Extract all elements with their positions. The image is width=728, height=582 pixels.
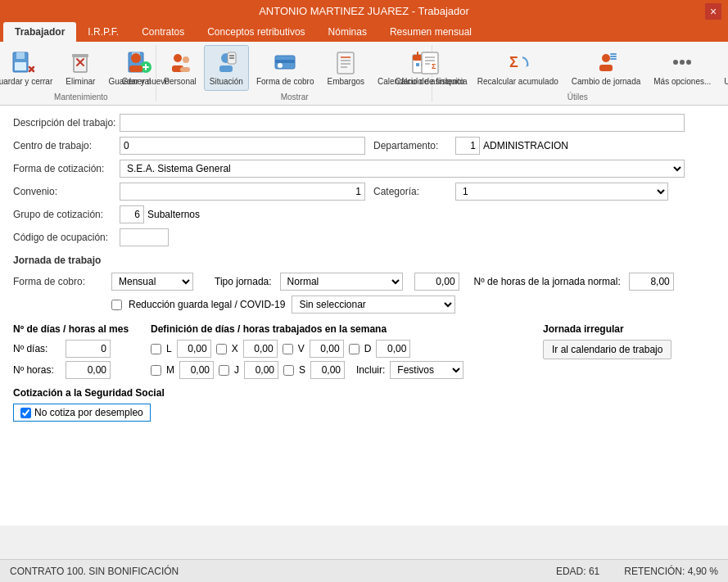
toolbar-btn-personal[interactable]: Personal — [158, 45, 201, 91]
toolbar-btn-label-guardar-cerrar: Guardar y cerrar — [0, 77, 52, 87]
tab-contratos[interactable]: Contratos — [130, 22, 196, 42]
centro-label: Centro de trabajo: — [13, 140, 120, 151]
toolbar-btn-calculo-finiquito[interactable]: ΣCálculo de finiquito — [389, 45, 470, 91]
content-area: Descripción del trabajo: Centro de traba… — [0, 106, 728, 526]
tab-nominas[interactable]: Nóminas — [317, 22, 378, 42]
incluir-label: Incluir: — [356, 364, 385, 376]
horas-jornada-input[interactable] — [629, 273, 674, 291]
svg-point-53 — [680, 60, 685, 65]
toolbar-btn-forma-cobro[interactable]: Forma de cobro — [251, 45, 320, 91]
toolbar-group-utiles: ΣCálculo de finiquitoΣRecalcular acumula… — [434, 45, 722, 102]
cb-L[interactable] — [151, 344, 161, 354]
no-cotiza-label[interactable]: No cotiza por desempleo — [13, 404, 151, 422]
departamento-label: Departamento: — [373, 140, 455, 151]
close-button[interactable]: × — [705, 3, 721, 20]
toolbar-btn-label-forma-cobro: Forma de cobro — [256, 77, 314, 87]
toolbar-btn-utilidades[interactable]: Utilidades — [718, 45, 728, 91]
label-J: J — [234, 364, 239, 376]
svg-marker-46 — [526, 64, 529, 67]
cb-M[interactable] — [151, 365, 161, 376]
tipo-jornada-select[interactable]: Normal Parcial Reducida — [280, 273, 403, 291]
finiquito-icon: Σ — [417, 49, 443, 75]
edad-label: EDAD: 61 — [556, 566, 599, 577]
more-icon — [669, 49, 695, 75]
toolbar-btn-label-personal: Personal — [164, 77, 196, 87]
convenio-label: Convenio: — [13, 186, 120, 197]
cb-J[interactable] — [219, 365, 229, 376]
personal-icon — [167, 49, 193, 75]
window-title: ANTONIO MARTINEZ JUAREZ - Trabajador — [259, 5, 469, 17]
val-J[interactable] — [244, 361, 278, 379]
toolbar-btn-label-general: General — [122, 77, 151, 87]
tab-conceptos[interactable]: Conceptos retributivos — [196, 22, 316, 42]
categoria-select[interactable]: 1 — [455, 183, 668, 201]
reduccion-select[interactable]: Sin seleccionar — [292, 296, 455, 314]
cb-X[interactable] — [216, 344, 227, 354]
cotizacion-title: Cotización a la Seguridad Social — [13, 387, 715, 399]
horas-jornada-label: Nº de horas de la jornada normal: — [474, 276, 621, 287]
centro-input[interactable] — [120, 137, 365, 155]
n-dias-input[interactable] — [66, 340, 111, 358]
incluir-select[interactable]: Festivos Laborables Todos — [390, 361, 463, 379]
tab-trabajador[interactable]: Trabajador — [3, 22, 76, 42]
n-horas-label: Nº horas: — [13, 364, 62, 376]
cobro-icon — [272, 49, 298, 75]
cb-S[interactable] — [283, 365, 294, 376]
delete-icon — [67, 49, 93, 75]
departamento-input[interactable] — [455, 137, 480, 155]
toolbar-btn-recalcular[interactable]: ΣRecalcular acumulado — [472, 45, 564, 91]
status-right: EDAD: 61 RETENCIÓN: 4,90 % — [556, 566, 718, 577]
forma-cobro-select[interactable]: Mensual Semanal Quincenal — [111, 273, 193, 291]
forma-cotizacion-select[interactable]: S.E.A. Sistema General — [120, 160, 685, 178]
tab-irpf[interactable]: I.R.P.F. — [76, 22, 130, 42]
toolbar-btn-guardar-cerrar[interactable]: Guardar y cerrar — [0, 45, 58, 91]
val-D[interactable] — [376, 340, 410, 358]
toolbar-btn-label-eliminar: Eliminar — [66, 77, 95, 87]
toolbar-btn-label-recalcular: Recalcular acumulado — [477, 77, 558, 87]
val-S[interactable] — [310, 361, 345, 379]
convenio-input[interactable] — [120, 183, 365, 201]
no-cotiza-text: No cotiza por desempleo — [34, 407, 143, 418]
reduccion-label[interactable]: Reducción guarda legal / COVID-19 — [129, 299, 285, 310]
save-close-icon — [10, 49, 36, 75]
cb-V[interactable] — [283, 344, 293, 354]
cb-D[interactable] — [349, 344, 359, 354]
val-M[interactable] — [179, 361, 214, 379]
grupo-cotizacion-input[interactable] — [120, 205, 144, 223]
jornada-section-title: Jornada de trabajo — [13, 255, 715, 268]
toolbar-btn-mas-opciones[interactable]: Más opciones... — [648, 45, 717, 91]
descripcion-input[interactable] — [120, 114, 685, 132]
no-cotiza-checkbox[interactable] — [20, 408, 31, 418]
forma-cotizacion-label: Forma de cotización: — [13, 163, 120, 174]
label-M: M — [166, 364, 174, 376]
reduccion-checkbox[interactable] — [111, 300, 122, 310]
label-X: X — [232, 343, 238, 354]
svg-rect-2 — [15, 62, 26, 70]
person-icon — [123, 49, 149, 75]
svg-point-52 — [673, 60, 678, 65]
val-V[interactable] — [310, 340, 344, 358]
svg-point-27 — [278, 63, 283, 68]
val-L[interactable] — [177, 340, 211, 358]
toolbar-btn-label-calculo-finiquito: Cálculo de finiquito — [395, 77, 464, 87]
svg-rect-48 — [599, 65, 613, 71]
grupo-cotizacion-label: Grupo de cotización: — [13, 209, 120, 220]
toolbar-btn-eliminar[interactable]: Eliminar — [60, 45, 101, 91]
ir-calendario-button[interactable]: Ir al calendario de trabajo — [543, 340, 671, 359]
toolbar-btn-situacion[interactable]: Situación — [204, 45, 249, 91]
toolbar-btn-general[interactable]: General — [116, 45, 157, 91]
toolbar-btn-cambio-jornada[interactable]: Cambio de jornada — [566, 45, 647, 91]
svg-point-47 — [602, 54, 610, 62]
svg-rect-5 — [74, 56, 87, 72]
toolbar-btn-label-mas-opciones: Más opciones... — [653, 77, 711, 87]
horas-input[interactable] — [414, 273, 459, 291]
svg-rect-26 — [275, 60, 295, 63]
val-X[interactable] — [243, 340, 278, 358]
svg-rect-8 — [72, 54, 88, 57]
toolbar-btn-embargos[interactable]: Embargos — [321, 45, 370, 91]
descripcion-label: Descripción del trabajo: — [13, 117, 120, 129]
n-horas-input[interactable] — [66, 361, 111, 379]
codigo-ocupacion-input[interactable] — [120, 228, 169, 246]
tab-resumen[interactable]: Resumen mensual — [378, 22, 483, 42]
svg-point-18 — [183, 56, 189, 63]
